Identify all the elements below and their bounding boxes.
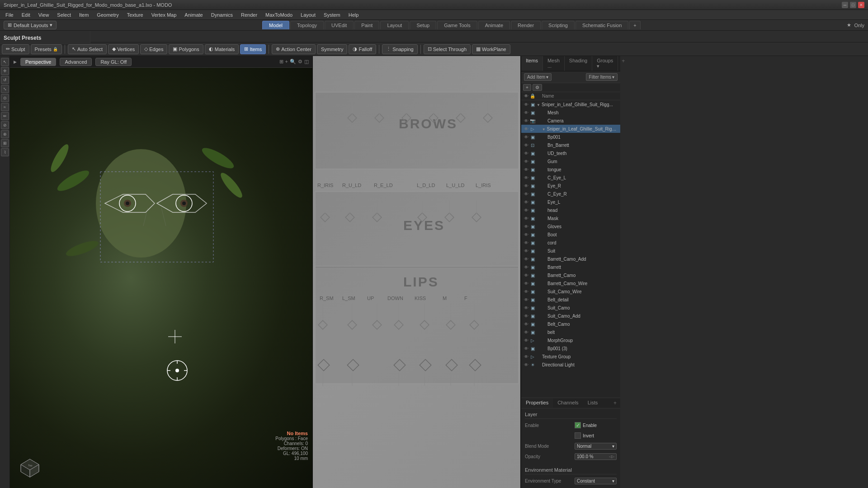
close-button[interactable]: ✕ xyxy=(858,2,864,8)
item-eye-icon[interactable]: 👁 xyxy=(523,109,529,116)
items-button[interactable]: ⊞ Items xyxy=(240,44,266,54)
tab-uvedit[interactable]: UVEdit xyxy=(325,21,354,29)
select-through-button[interactable]: ⊡ Select Through xyxy=(424,44,471,54)
item-eye-icon[interactable]: 👁 xyxy=(523,158,529,164)
edges-button[interactable]: ◇ Edges xyxy=(140,44,167,54)
tab-shading[interactable]: Shading xyxy=(565,56,592,71)
expand-icon[interactable]: ▼ xyxy=(537,103,540,107)
tool-push[interactable]: ⊙ xyxy=(1,94,9,102)
tool-bridge[interactable]: ⊞ xyxy=(1,139,9,147)
item-eye-icon[interactable]: 👁 xyxy=(523,191,529,197)
item-eye-icon[interactable]: 👁 xyxy=(523,296,529,303)
list-item[interactable]: 👁▣Boot xyxy=(521,230,620,239)
item-eye-icon[interactable]: 👁 xyxy=(523,280,529,286)
list-item[interactable]: 👁▣Belt_Camo xyxy=(521,320,620,328)
item-eye-icon[interactable]: 👁 xyxy=(523,353,529,360)
tab-add[interactable]: + xyxy=(629,21,640,29)
item-eye-icon[interactable]: 👁 xyxy=(523,223,529,230)
prop-tab-properties[interactable]: Properties xyxy=(521,398,553,408)
item-eye-icon[interactable]: 👁 xyxy=(523,134,529,140)
list-item[interactable]: 👁▷▼Sniper_in_Leaf_Ghillie_Suit_Rigged xyxy=(521,125,620,133)
list-item[interactable]: 👁▣Gum xyxy=(521,157,620,165)
prop-tab-channels[interactable]: Channels xyxy=(553,398,583,408)
menu-dynamics[interactable]: Dynamics xyxy=(208,11,236,19)
list-item[interactable]: 👁▣Suit xyxy=(521,247,620,255)
tool-rotate[interactable]: ↺ xyxy=(1,76,9,84)
list-item[interactable]: 👁▣Bp001 (3) xyxy=(521,344,620,352)
item-eye-icon[interactable]: 👁 xyxy=(523,215,529,221)
invert-checkbox[interactable] xyxy=(575,432,581,439)
list-item[interactable]: 👁▣Suit_Camo_Wire xyxy=(521,287,620,296)
list-item[interactable]: 👁▣Barrett_Camo_Add xyxy=(521,255,620,263)
tab-render[interactable]: Render xyxy=(511,21,541,29)
tab-game-tools[interactable]: Game Tools xyxy=(437,21,477,29)
item-eye-icon[interactable]: 👁 xyxy=(523,231,529,238)
layout-dropdown[interactable]: ⊞ Default Layouts ▾ xyxy=(4,21,57,29)
menu-file[interactable]: File xyxy=(2,11,17,19)
tool-knife[interactable]: ⊘ xyxy=(1,121,9,129)
tool-scale[interactable]: ⤡ xyxy=(1,85,9,93)
menu-item[interactable]: Item xyxy=(75,11,92,19)
viewport-tab-ray-gl[interactable]: Ray GL: Off xyxy=(95,58,132,66)
item-eye-icon[interactable]: 👁 xyxy=(523,361,529,368)
list-item[interactable]: 👁▣C_Eye_R xyxy=(521,190,620,198)
presets-button[interactable]: Presets 🔒 xyxy=(31,44,62,54)
list-item[interactable]: 👁▣Gloves xyxy=(521,222,620,230)
item-eye-icon[interactable]: 👁 xyxy=(523,150,529,156)
menu-edit[interactable]: Edit xyxy=(18,11,34,19)
list-item[interactable]: 👁▣Eye_L xyxy=(521,198,620,206)
tab-scripting[interactable]: Scripting xyxy=(542,21,575,29)
items-list[interactable]: 👁▣▼Sniper_in_Leaf_Ghillie_Suit_Rigg...👁▣… xyxy=(521,100,620,398)
menu-render[interactable]: Render xyxy=(237,11,261,19)
list-item[interactable]: 👁▷MorphGroup xyxy=(521,336,620,344)
tab-items[interactable]: Items xyxy=(521,56,543,71)
snapping-button[interactable]: ⋮ Snapping xyxy=(382,44,418,54)
item-eye-icon[interactable]: 👁 xyxy=(523,272,529,278)
tab-model[interactable]: Model xyxy=(262,21,289,29)
item-eye-icon[interactable]: 👁 xyxy=(523,329,529,335)
viewport-icon-5[interactable]: ◫ xyxy=(304,59,309,65)
menu-geometry[interactable]: Geometry xyxy=(93,11,122,19)
enable-checkbox[interactable]: ✓ xyxy=(575,422,581,428)
right-tab-add[interactable]: + xyxy=(618,56,628,71)
viewport-tab-perspective[interactable]: Perspective xyxy=(20,58,56,66)
symmetry-button[interactable]: Symmetry xyxy=(317,44,348,54)
tab-groups[interactable]: Groups ▾ xyxy=(592,56,618,71)
opacity-input[interactable]: 100.0 % ◁▷ xyxy=(575,453,617,460)
workplane-button[interactable]: ▦ WorkPlane xyxy=(472,44,510,54)
item-eye-icon[interactable]: 👁 xyxy=(523,256,529,262)
tab-setup[interactable]: Setup xyxy=(410,21,436,29)
item-eye-icon[interactable]: 👁 xyxy=(523,337,529,343)
menu-vertex-map[interactable]: Vertex Map xyxy=(148,11,180,19)
blend-mode-dropdown[interactable]: Normal ▾ xyxy=(575,443,617,450)
list-item[interactable]: 👁☀Directional Light xyxy=(521,361,620,369)
list-item[interactable]: 👁▣head xyxy=(521,206,620,214)
item-eye-icon[interactable]: 👁 xyxy=(523,264,529,270)
tab-layout[interactable]: Layout xyxy=(380,21,409,29)
sculpt-button[interactable]: ✏ Sculpt xyxy=(2,44,29,54)
item-eye-icon[interactable]: 👁 xyxy=(523,248,529,254)
list-item[interactable]: 👁▣C_Eye_L xyxy=(521,174,620,182)
menu-maxtomodo[interactable]: MaxToModo xyxy=(262,11,296,19)
tool-move[interactable]: ✛ xyxy=(1,67,9,75)
add-item-button[interactable]: Add Item ▾ xyxy=(524,73,552,81)
viewport-3d[interactable]: ▶ Perspective Advanced Ray GL: Off ⊞ + 🔍… xyxy=(10,56,313,488)
polygons-button[interactable]: ▣ Polygons xyxy=(169,44,203,54)
menu-texture[interactable]: Texture xyxy=(123,11,147,19)
filter-items-button[interactable]: Filter Items ▾ xyxy=(586,73,618,81)
expand-icon[interactable]: ▼ xyxy=(542,127,546,131)
list-item[interactable]: 👁▣Mask xyxy=(521,214,620,222)
viewport-icon-1[interactable]: ⊞ xyxy=(279,59,283,65)
tool-loop-cut[interactable]: ⌇ xyxy=(1,148,9,156)
menu-system[interactable]: System xyxy=(320,11,344,19)
prop-tab-add[interactable]: + xyxy=(610,398,620,408)
menu-help[interactable]: Help xyxy=(345,11,363,19)
tool-smooth[interactable]: ≈ xyxy=(1,103,9,111)
env-type-dropdown[interactable]: Constant ▾ xyxy=(575,478,617,484)
list-item[interactable]: 👁▣Mesh xyxy=(521,108,620,117)
list-item[interactable]: 👁⊡Bn_Barrett xyxy=(521,141,620,149)
schematic-view[interactable]: BROWS xyxy=(313,56,521,488)
menu-animate[interactable]: Animate xyxy=(181,11,206,19)
item-eye-icon[interactable]: 👁 xyxy=(523,101,529,108)
item-eye-icon[interactable]: 👁 xyxy=(523,321,529,327)
